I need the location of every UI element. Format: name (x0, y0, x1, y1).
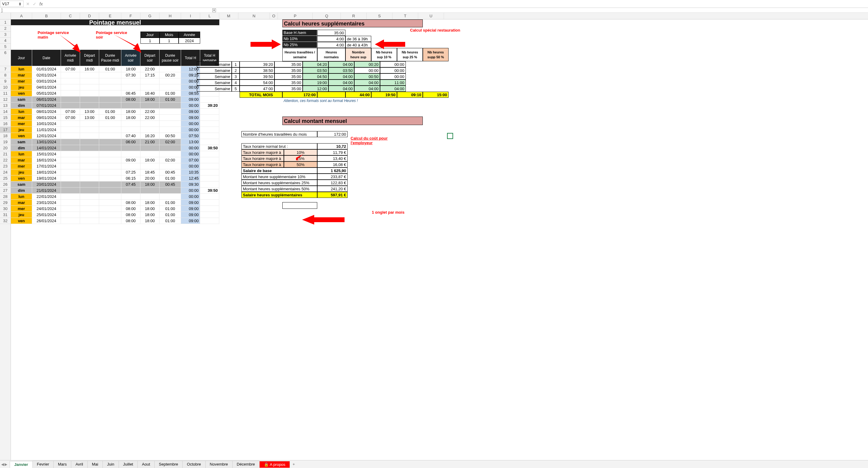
cell[interactable] (80, 145, 99, 151)
cell[interactable] (159, 163, 181, 169)
cell[interactable] (159, 194, 181, 200)
cell[interactable] (121, 127, 141, 133)
cell[interactable]: 01:00 (159, 96, 181, 103)
cell[interactable]: 08:00 (121, 206, 141, 212)
cell[interactable]: mar (11, 72, 32, 78)
cell[interactable] (200, 194, 219, 200)
cell[interactable] (159, 115, 181, 121)
col-header-U[interactable]: U (418, 13, 444, 19)
cell[interactable]: 18/01/2024 (32, 169, 61, 175)
col-header-A[interactable]: A (11, 13, 32, 19)
cell[interactable] (159, 121, 181, 127)
cell[interactable]: 22/01/2024 (32, 194, 61, 200)
cell[interactable] (61, 151, 80, 157)
cell[interactable] (61, 181, 80, 187)
cell[interactable] (200, 96, 219, 103)
week-cell[interactable]: 04:00 (329, 80, 354, 86)
col-header-D[interactable]: D (80, 13, 99, 19)
cell[interactable] (159, 145, 181, 151)
cell[interactable]: 13:00 (80, 115, 99, 121)
cell[interactable]: 18:00 (121, 109, 141, 115)
cell[interactable]: 01:00 (99, 109, 121, 115)
cell[interactable]: 39:50 (200, 187, 219, 194)
cell[interactable]: 00:50 (159, 133, 181, 139)
cell[interactable]: 19/01/2024 (32, 175, 61, 181)
week-cell[interactable]: 35:00 (275, 74, 303, 80)
cell[interactable] (159, 187, 181, 194)
cell[interactable]: 20/01/2024 (32, 181, 61, 187)
cell[interactable]: 06:15 (121, 175, 141, 181)
empty-cell[interactable] (282, 202, 317, 209)
cell[interactable]: 00:00 (181, 187, 200, 194)
week-cell[interactable]: 39:50 (240, 74, 275, 80)
cell[interactable] (61, 139, 80, 145)
cell[interactable]: 16:40 (141, 90, 159, 96)
cell[interactable]: 00:45 (159, 181, 181, 187)
cell[interactable] (99, 194, 121, 200)
cell[interactable] (80, 78, 99, 84)
cancel-icon[interactable]: ✕ (26, 2, 30, 6)
cell[interactable]: 16:20 (141, 133, 159, 139)
cell[interactable]: 01:00 (159, 206, 181, 212)
col-header-L[interactable]: L (200, 13, 219, 19)
cell[interactable]: 07:50 (181, 133, 200, 139)
mm-thnv[interactable]: 10,72 (317, 143, 347, 149)
week-cell[interactable]: 00:50 (354, 74, 380, 80)
cell[interactable]: 08:00 (121, 218, 141, 224)
cell[interactable]: 07:25 (121, 169, 141, 175)
cell[interactable] (141, 84, 159, 90)
cell[interactable] (80, 218, 99, 224)
cell[interactable]: 13:00 (80, 109, 99, 115)
cell[interactable]: mar (11, 157, 32, 163)
cell[interactable] (99, 84, 121, 90)
cell[interactable]: jeu (11, 127, 32, 133)
cell[interactable]: 07:00 (61, 66, 80, 72)
row-header-9[interactable]: 9 (0, 78, 11, 84)
cell[interactable] (80, 212, 99, 218)
week-cell[interactable]: 04:00 (329, 74, 354, 80)
cell[interactable] (200, 200, 219, 206)
cell[interactable] (141, 127, 159, 133)
cell[interactable] (80, 121, 99, 127)
cell[interactable]: 18:00 (141, 181, 159, 187)
cell[interactable]: mer (11, 78, 32, 84)
cell[interactable] (99, 72, 121, 78)
cell[interactable]: 09:00 (181, 212, 200, 218)
cell[interactable]: 09:00 (181, 218, 200, 224)
cell[interactable]: jeu (11, 84, 32, 90)
cell[interactable]: 09:30 (181, 181, 200, 187)
cell[interactable] (99, 175, 121, 181)
cell[interactable]: 26/01/2024 (32, 218, 61, 224)
col-header-F[interactable]: F (121, 13, 141, 19)
cell[interactable]: 09:00 (181, 200, 200, 206)
cell[interactable]: 01:00 (159, 212, 181, 218)
cell[interactable]: 05/01/2024 (32, 90, 61, 96)
cell[interactable] (159, 109, 181, 115)
cell[interactable] (80, 151, 99, 157)
col-header-B[interactable]: B (32, 13, 61, 19)
cell[interactable]: ven (11, 175, 32, 181)
cell[interactable] (80, 96, 99, 103)
cell[interactable]: 21/01/2024 (32, 187, 61, 194)
cell[interactable]: 09:00 (181, 206, 200, 212)
cell[interactable]: 09:00 (121, 157, 141, 163)
cell[interactable]: 18:00 (121, 115, 141, 121)
cell[interactable] (99, 96, 121, 103)
cell[interactable] (99, 145, 121, 151)
cell[interactable] (141, 187, 159, 194)
cell[interactable] (159, 127, 181, 133)
cell[interactable]: dim (11, 187, 32, 194)
cell[interactable] (80, 206, 99, 212)
col-header-S[interactable]: S (367, 13, 393, 19)
cell[interactable] (61, 200, 80, 206)
cell[interactable] (99, 218, 121, 224)
cell[interactable] (159, 78, 181, 84)
cell[interactable] (99, 121, 121, 127)
cell[interactable] (99, 181, 121, 187)
cell[interactable]: sam (11, 139, 32, 145)
row-header-16[interactable]: 16 (0, 121, 11, 127)
cell[interactable] (200, 175, 219, 181)
formula-input[interactable] (45, 0, 868, 8)
cell[interactable] (80, 163, 99, 169)
cell[interactable] (200, 109, 219, 115)
